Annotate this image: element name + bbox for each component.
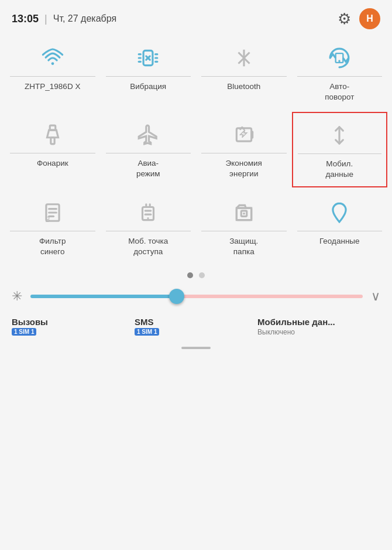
- mobile-data-item[interactable]: Мобильные дан... Выключено: [257, 317, 380, 336]
- tile-row-2: Фонарик Авиа-режим Экономияэнергии: [0, 112, 392, 187]
- bottom-section: Вызовы 1 SIM 1 SMS 1 SIM 1 Мобильные дан…: [0, 309, 392, 342]
- mobile-data-icon: [328, 124, 350, 146]
- geodata-label: Геоданные: [319, 236, 360, 247]
- tile-mobile-data[interactable]: Мобил.данные: [292, 112, 388, 187]
- svg-point-28: [147, 217, 149, 219]
- flashlight-label: Фонарик: [37, 158, 68, 169]
- mobile-data-status: Выключено: [257, 328, 380, 336]
- tile-blue-filter[interactable]: B Фильтрсинего: [5, 190, 101, 264]
- tile-row-1: ZHTP_1986D X Вибрация: [0, 35, 392, 110]
- divider: |: [44, 13, 47, 25]
- tile-geodata[interactable]: Геоданные: [292, 190, 388, 264]
- chevron-down-icon[interactable]: ∨: [371, 289, 380, 304]
- tile-flashlight[interactable]: Фонарик: [5, 112, 101, 187]
- bluetooth-label: Bluetooth: [227, 81, 260, 92]
- geodata-icon: [328, 201, 350, 224]
- bottom-handle: [0, 342, 392, 356]
- tile-vibration[interactable]: Вибрация: [101, 35, 197, 110]
- autorotate-icon: [328, 47, 350, 69]
- wifi-icon: [42, 47, 64, 69]
- svg-rect-14: [51, 137, 54, 144]
- tile-autorotate[interactable]: Авто-поворот: [292, 35, 388, 110]
- settings-icon[interactable]: ⚙: [338, 10, 351, 28]
- secure-folder-icon: [233, 201, 255, 224]
- sms-label: SMS: [135, 317, 257, 327]
- date: Чт, 27 декабря: [53, 13, 116, 24]
- bluetooth-icon: [233, 47, 255, 69]
- sms-item[interactable]: SMS 1 SIM 1: [135, 317, 257, 336]
- calls-label: Вызовы: [12, 317, 135, 327]
- hotspot-label: Моб. точкадоступа: [128, 236, 168, 257]
- tile-hotspot[interactable]: Моб. точкадоступа: [101, 190, 197, 264]
- svg-point-31: [243, 212, 245, 214]
- tile-battery-saver[interactable]: Экономияэнергии: [196, 112, 292, 187]
- airplane-label: Авиа-режим: [136, 158, 160, 179]
- mobile-data-bottom-label: Мобильные дан...: [257, 317, 380, 327]
- tile-wifi[interactable]: ZHTP_1986D X: [5, 35, 101, 110]
- tile-airplane[interactable]: Авиа-режим: [101, 112, 197, 187]
- vibration-icon: [137, 47, 159, 69]
- tile-row-3: B Фильтрсинего Моб. точкадоступа: [0, 190, 392, 264]
- vibration-label: Вибрация: [130, 81, 166, 92]
- blue-filter-label: Фильтрсинего: [39, 236, 66, 257]
- blue-filter-icon: B: [42, 201, 64, 224]
- brightness-icon: ✳: [12, 289, 22, 304]
- mobile-data-label: Мобил.данные: [325, 159, 353, 179]
- battery-saver-label: Экономияэнергии: [226, 158, 262, 179]
- svg-text:B: B: [45, 216, 50, 224]
- tile-bluetooth[interactable]: Bluetooth: [196, 35, 292, 110]
- brightness-slider[interactable]: [30, 295, 363, 298]
- pagination: [0, 264, 392, 284]
- sms-sim-badge: 1 SIM 1: [135, 328, 159, 336]
- svg-point-32: [337, 207, 342, 212]
- flashlight-icon: [42, 124, 64, 146]
- airplane-icon: [137, 124, 159, 146]
- calls-sim-badge: 1 SIM 1: [12, 328, 36, 336]
- slider-thumb[interactable]: [169, 289, 184, 304]
- wifi-label: ZHTP_1986D X: [25, 81, 80, 92]
- page-dot-1[interactable]: [187, 272, 193, 278]
- handle-bar: [181, 347, 211, 349]
- calls-item[interactable]: Вызовы 1 SIM 1: [12, 317, 135, 336]
- tile-secure-folder[interactable]: Защищ.папка: [196, 190, 292, 264]
- avatar[interactable]: H: [359, 8, 380, 29]
- status-bar: 13:05 | Чт, 27 декабря ⚙ H: [0, 0, 392, 35]
- battery-saver-icon: [233, 124, 255, 146]
- autorotate-label: Авто-поворот: [325, 81, 354, 102]
- brightness-row: ✳ ∨: [0, 284, 392, 309]
- secure-folder-label: Защищ.папка: [229, 236, 258, 257]
- svg-point-0: [51, 62, 54, 65]
- time: 13:05: [12, 13, 39, 25]
- page-dot-2[interactable]: [199, 272, 205, 278]
- hotspot-icon: [137, 201, 159, 224]
- svg-rect-15: [236, 128, 251, 141]
